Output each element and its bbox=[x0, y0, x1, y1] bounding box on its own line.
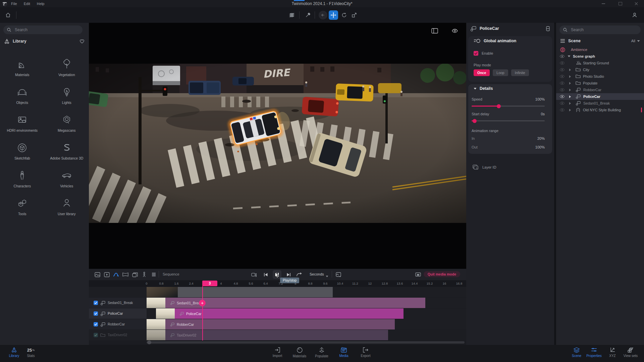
sequence-mode-label[interactable]: Sequence bbox=[163, 272, 179, 276]
media-animation-clip-button[interactable] bbox=[113, 272, 119, 278]
visibility-eye-icon[interactable] bbox=[559, 101, 565, 105]
loop-playback-button[interactable] bbox=[296, 272, 302, 278]
timeline-ruler[interactable]: 0 0.8 1.6 2.4 4 4.8 5.6 6.4 7.2 8 8.8 9.… bbox=[89, 280, 466, 287]
scene-tree-item-populate[interactable]: Populate bbox=[556, 80, 644, 86]
bottombar-stats[interactable]: 25% Stats bbox=[21, 347, 41, 358]
scene-search-input[interactable] bbox=[570, 27, 625, 33]
track-enabled-checkbox[interactable] bbox=[94, 333, 98, 337]
layers-tool-button[interactable] bbox=[287, 10, 297, 20]
scene-tree-item-city[interactable]: City bbox=[556, 66, 644, 73]
caret-right-icon[interactable] bbox=[569, 102, 571, 105]
time-unit-label[interactable]: Seconds bbox=[310, 272, 324, 276]
visibility-eye-icon[interactable] bbox=[559, 81, 565, 85]
track-header-partial[interactable]: TaxiDriver02 bbox=[89, 330, 147, 340]
media-list-button[interactable] bbox=[151, 272, 157, 278]
home-button[interactable] bbox=[3, 10, 13, 20]
quit-media-mode-button[interactable]: Quit media mode bbox=[424, 271, 460, 277]
media-phasing-button[interactable] bbox=[141, 272, 147, 278]
sequence-clip-thumbnail[interactable] bbox=[147, 287, 178, 297]
speed-slider-thumb[interactable] bbox=[497, 104, 501, 108]
details-header[interactable]: Details bbox=[474, 86, 493, 91]
sequence-clip[interactable] bbox=[178, 287, 333, 297]
translate-tool-button[interactable] bbox=[329, 10, 338, 20]
playhead-line[interactable] bbox=[202, 286, 203, 341]
play-mode-loop-button[interactable]: Loop bbox=[493, 69, 508, 76]
library-item-sketchfab[interactable]: Sketchfab bbox=[0, 137, 45, 165]
library-item-materials[interactable]: Materials bbox=[0, 54, 45, 81]
caret-right-icon[interactable] bbox=[569, 75, 571, 78]
library-item-megascans[interactable]: Megascans bbox=[45, 109, 89, 137]
visibility-eye-icon[interactable] bbox=[559, 74, 565, 78]
library-item-user-library[interactable]: User library bbox=[45, 193, 89, 221]
bottombar-scene[interactable]: Scene bbox=[567, 347, 587, 358]
scene-filter-label[interactable]: All bbox=[631, 39, 635, 43]
scene-tree-item-scene-graph[interactable]: Scene graph bbox=[556, 53, 644, 60]
clip-partial[interactable]: TaxiDriver02 bbox=[165, 330, 388, 340]
add-keyframe-button[interactable]: + bbox=[199, 300, 206, 306]
scene-tree-item-ambience[interactable]: Ambience bbox=[556, 46, 644, 53]
visibility-eye-icon[interactable] bbox=[559, 88, 565, 92]
undo-button[interactable] bbox=[319, 11, 327, 19]
track-enabled-checkbox[interactable] bbox=[94, 311, 98, 316]
timeline-horizontal-scrollbar[interactable] bbox=[147, 341, 465, 344]
clip-thumbnail[interactable] bbox=[147, 319, 165, 329]
library-item-tools[interactable]: Tools bbox=[0, 193, 45, 221]
media-image-button[interactable] bbox=[94, 272, 100, 278]
close-button[interactable] bbox=[632, 1, 641, 6]
library-item-adobe-substance[interactable]: Adobe Substance 3D bbox=[45, 137, 89, 165]
bottombar-import[interactable]: Import bbox=[267, 347, 287, 358]
track-header-sedan01-break[interactable]: Sedan01_Break bbox=[89, 298, 147, 308]
scale-tool-button[interactable] bbox=[350, 10, 359, 20]
caret-right-icon[interactable] bbox=[569, 68, 571, 71]
bottombar-xyz[interactable]: XYZ bbox=[602, 347, 623, 358]
library-item-hdri-environments[interactable]: HDRI environments bbox=[0, 109, 45, 137]
play-mode-once-button[interactable]: Once bbox=[474, 69, 490, 76]
clip-thumbnail[interactable] bbox=[156, 308, 175, 319]
unit-dropdown-caret-icon[interactable] bbox=[326, 276, 328, 278]
bottombar-media[interactable]: Media bbox=[334, 347, 354, 358]
visibility-eye-icon[interactable] bbox=[559, 95, 565, 99]
maximize-button[interactable] bbox=[616, 1, 625, 6]
viewport-visibility-button[interactable] bbox=[450, 27, 459, 34]
library-item-characters[interactable]: Characters bbox=[0, 165, 45, 193]
scene-menu-icon[interactable] bbox=[560, 39, 565, 43]
playhead-time-flag[interactable]: 3 bbox=[202, 281, 217, 286]
scene-tree-item-sedan01-break[interactable]: Sedan01_Break bbox=[556, 100, 644, 107]
caret-right-icon[interactable] bbox=[569, 95, 571, 98]
scene-tree-item-robbercar[interactable]: RobberCar bbox=[556, 86, 644, 93]
account-button[interactable] bbox=[630, 10, 639, 20]
minimize-button[interactable] bbox=[599, 1, 608, 6]
library-search[interactable] bbox=[3, 25, 83, 34]
clip-robbercar[interactable]: RobberCar bbox=[165, 319, 395, 329]
speed-slider[interactable] bbox=[472, 106, 545, 107]
scene-tree-item-old-nyc-building[interactable]: Old NYC Style Building bbox=[556, 107, 644, 113]
clip-policecar[interactable]: PoliceCar bbox=[175, 308, 404, 319]
bottombar-materials[interactable]: Materials bbox=[289, 347, 310, 358]
track-header-policecar[interactable]: PoliceCar bbox=[89, 308, 147, 319]
track-header-robbercar[interactable]: RobberCar bbox=[89, 319, 147, 329]
library-search-input[interactable] bbox=[14, 27, 69, 33]
visibility-eye-icon[interactable] bbox=[559, 54, 565, 58]
visibility-eye-icon[interactable] bbox=[559, 61, 565, 65]
viewport-3d[interactable]: DIRE bbox=[89, 23, 466, 269]
caret-right-icon[interactable] bbox=[569, 88, 571, 92]
scene-search[interactable] bbox=[559, 25, 641, 34]
filter-caret-icon[interactable] bbox=[637, 40, 640, 42]
media-presentation-button[interactable] bbox=[132, 272, 138, 278]
rotate-tool-button[interactable] bbox=[339, 10, 349, 20]
bottombar-populate[interactable]: Populate bbox=[312, 347, 332, 358]
export-frame-button[interactable] bbox=[336, 272, 342, 278]
scene-tree-item-starting-ground[interactable]: Starting Ground bbox=[556, 60, 644, 66]
track-enabled-checkbox[interactable] bbox=[94, 322, 98, 326]
caret-right-icon[interactable] bbox=[569, 82, 571, 85]
visibility-eye-icon[interactable] bbox=[559, 108, 565, 112]
start-delay-slider[interactable] bbox=[472, 120, 545, 121]
clip-thumbnail[interactable] bbox=[147, 330, 165, 340]
bottombar-view-sets[interactable]: View sets bbox=[621, 347, 641, 358]
caret-right-icon[interactable] bbox=[569, 109, 571, 112]
media-monitor-button[interactable] bbox=[415, 272, 421, 278]
clip-thumbnail[interactable] bbox=[147, 298, 165, 308]
range-in-value[interactable]: 20% bbox=[537, 136, 545, 140]
skip-to-end-button[interactable] bbox=[285, 272, 291, 278]
library-item-lights[interactable]: Lights bbox=[45, 81, 89, 109]
